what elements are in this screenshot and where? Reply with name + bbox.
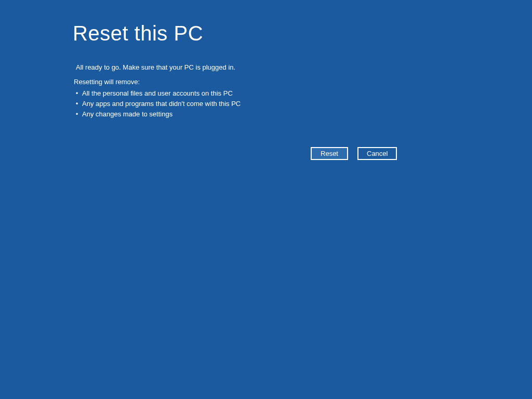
list-item: Any changes made to settings [82, 109, 241, 119]
cancel-button[interactable]: Cancel [357, 147, 397, 160]
status-text: All ready to go. Make sure that your PC … [76, 63, 235, 71]
button-row: Reset Cancel [311, 147, 397, 160]
list-item: Any apps and programs that didn't come w… [82, 99, 241, 109]
list-item: All the personal files and user accounts… [82, 88, 241, 99]
removal-header: Resetting will remove: [74, 78, 140, 86]
page-title: Reset this PC [73, 22, 203, 45]
removal-list: All the personal files and user accounts… [82, 88, 241, 119]
reset-button[interactable]: Reset [311, 147, 348, 160]
